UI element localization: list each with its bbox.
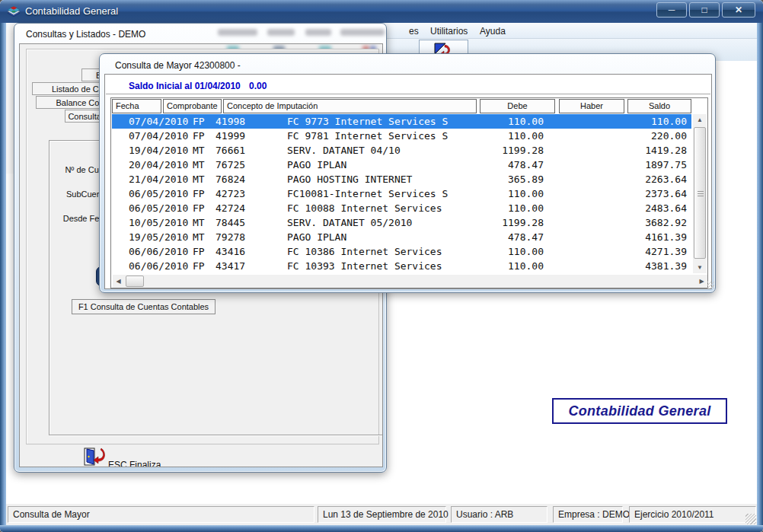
cell-debe: 110.00 (470, 201, 544, 215)
cell-tipo: FP (193, 129, 215, 143)
mayor-window-title[interactable]: Consulta de Mayor 42300800 - (115, 60, 241, 71)
ledger-rows: 07/04/2010 FP 41998 FC 9773 Internet Ser… (112, 114, 691, 273)
cell-tipo: MT (193, 143, 215, 158)
cell-saldo: 110.00 (616, 114, 691, 129)
f1-consulta-cuentas-button[interactable]: F1 Consulta de Cuentas Contables (72, 299, 215, 314)
esc-finaliza-button[interactable]: ESC Finaliza (108, 460, 161, 467)
maximize-button[interactable]: □ (689, 2, 720, 18)
table-row[interactable]: 06/06/2010 FP 43417 FC 10393 Internet Se… (112, 259, 691, 273)
menu-item-partial[interactable]: es (409, 26, 419, 37)
cell-debe: 1199.28 (470, 143, 544, 158)
vertical-scrollbar[interactable]: ▲ ▼ (693, 114, 707, 273)
cell-saldo: 2263.64 (616, 172, 691, 186)
resize-grip-icon[interactable] (707, 282, 714, 288)
cell-saldo: 4161.39 (616, 230, 691, 244)
table-row[interactable]: 20/04/2010 MT 76725 PAGO IPLAN 478.47 18… (112, 158, 691, 172)
vertical-scroll-thumb[interactable] (694, 127, 706, 259)
cell-concepto: PAGO HOSTING INTERNET (287, 172, 470, 186)
main-titlebar[interactable]: Contabilidad General ─ □ ✕ (0, 0, 763, 23)
cell-tipo: MT (193, 230, 215, 244)
mayor-client-area: Saldo Inicial al 01/04/2010 0.00 Fecha C… (104, 74, 712, 289)
minimize-icon: ─ (669, 5, 675, 15)
window-controls: ─ □ ✕ (656, 2, 755, 18)
blurred-menu-item (305, 29, 331, 36)
cell-saldo: 2373.64 (616, 186, 691, 201)
thumb-grip-icon (698, 191, 704, 196)
cell-concepto: FC 10088 Internet Services (287, 201, 470, 215)
cell-haber (544, 244, 616, 259)
scroll-down-icon[interactable]: ▼ (693, 262, 707, 273)
separator-line (106, 94, 710, 95)
cell-saldo: 4271.39 (616, 244, 691, 259)
cell-fecha: 06/06/2010 (129, 244, 193, 259)
cell-tipo: FP (193, 114, 215, 129)
status-panel-ejercicio: Ejercicio 2010/2011 (629, 506, 756, 523)
cell-fecha: 19/04/2010 (129, 143, 193, 158)
column-header-saldo[interactable]: Saldo (627, 99, 691, 113)
table-row[interactable]: 21/04/2010 MT 76824 PAGO HOSTING INTERNE… (112, 172, 691, 186)
cell-comprobante: 41999 (215, 129, 261, 143)
cell-comprobante: 41998 (215, 114, 261, 129)
table-row[interactable]: 19/04/2010 MT 76661 SERV. DATANET 04/10 … (112, 143, 691, 158)
cell-saldo: 4381.39 (616, 259, 691, 273)
close-button[interactable]: ✕ (722, 2, 755, 18)
window-border-bottom (0, 525, 763, 532)
cell-fecha: 06/06/2010 (129, 259, 193, 273)
table-row[interactable]: 06/05/2010 FP 42723 FC10081-Internet Ser… (112, 186, 691, 201)
cell-comprobante: 76661 (215, 143, 261, 158)
cell-fecha: 07/04/2010 (129, 129, 193, 143)
column-header-fecha[interactable]: Fecha (112, 99, 161, 113)
consultas-window-title[interactable]: Consultas y Listados - DEMO (26, 29, 145, 40)
scroll-up-icon[interactable]: ▲ (693, 114, 707, 126)
ledger-grid: Fecha Comprobante Concepto de Imputación… (110, 97, 708, 288)
menu-item-utilitarios[interactable]: Utilitarios (430, 26, 468, 37)
horizontal-scroll-thumb[interactable] (126, 276, 144, 287)
cell-haber (544, 215, 616, 230)
cell-comprobante: 42723 (215, 186, 261, 201)
cell-concepto: FC10081-Internet Services S (287, 186, 470, 201)
cell-tipo: MT (193, 158, 215, 172)
cell-fecha: 21/04/2010 (129, 172, 193, 186)
statusbar-resize-grip[interactable] (745, 514, 756, 524)
table-row[interactable]: 10/05/2010 MT 78445 SERV. DATANET 05/201… (112, 215, 691, 230)
app-window: Contabilidad General ─ □ ✕ es Utilitario… (0, 0, 763, 532)
table-row[interactable]: 19/05/2010 MT 79278 PAGO IPLAN 478.47 41… (112, 230, 691, 244)
cell-tipo: MT (193, 172, 215, 186)
cell-fecha: 20/04/2010 (129, 158, 193, 172)
blurred-menu-item (340, 29, 385, 36)
scroll-right-icon[interactable]: ▶ (696, 275, 707, 288)
column-header-comprobante[interactable]: Comprobante (163, 99, 222, 113)
cell-saldo: 3682.92 (616, 215, 691, 230)
column-header-debe[interactable]: Debe (480, 99, 555, 113)
cell-debe: 1199.28 (470, 215, 544, 230)
table-row[interactable]: 07/04/2010 FP 41999 FC 9781 Internet Ser… (112, 129, 691, 143)
cell-debe: 110.00 (470, 129, 544, 143)
cell-comprobante: 79278 (215, 230, 261, 244)
column-header-concepto[interactable]: Concepto de Imputación (223, 99, 477, 113)
cell-comprobante: 76725 (215, 158, 261, 172)
column-header-haber[interactable]: Haber (559, 99, 624, 113)
table-row[interactable]: 06/06/2010 FP 43416 FC 10386 Internet Se… (112, 244, 691, 259)
horizontal-scrollbar[interactable]: ◀ ▶ (113, 275, 707, 288)
cell-fecha: 10/05/2010 (129, 215, 193, 230)
window-border-right (757, 23, 763, 525)
table-row[interactable]: 06/05/2010 FP 42724 FC 10088 Internet Se… (112, 201, 691, 215)
mayor-window: Consulta de Mayor 42300800 - Saldo Inici… (99, 53, 716, 293)
cell-haber (544, 172, 616, 186)
scroll-left-icon[interactable]: ◀ (113, 275, 124, 288)
cell-concepto: FC 9773 Internet Services S (287, 114, 470, 129)
cell-fecha: 07/04/2010 (129, 114, 193, 129)
main-window-title: Contabilidad General (25, 5, 118, 17)
menu-item-ayuda[interactable]: Ayuda (480, 26, 506, 37)
table-row[interactable]: 07/04/2010 FP 41998 FC 9773 Internet Ser… (112, 114, 691, 129)
blurred-menu-item (218, 29, 257, 36)
exit-door-icon[interactable] (84, 448, 105, 466)
cell-concepto: PAGO IPLAN (287, 230, 470, 244)
cell-debe: 110.00 (470, 114, 544, 129)
cell-tipo: FP (193, 244, 215, 259)
cell-concepto: FC 9781 Internet Services S (287, 129, 470, 143)
maximize-icon: □ (701, 5, 707, 15)
cell-haber (544, 114, 616, 129)
minimize-button[interactable]: ─ (656, 2, 687, 18)
blurred-menu-item (267, 29, 295, 36)
